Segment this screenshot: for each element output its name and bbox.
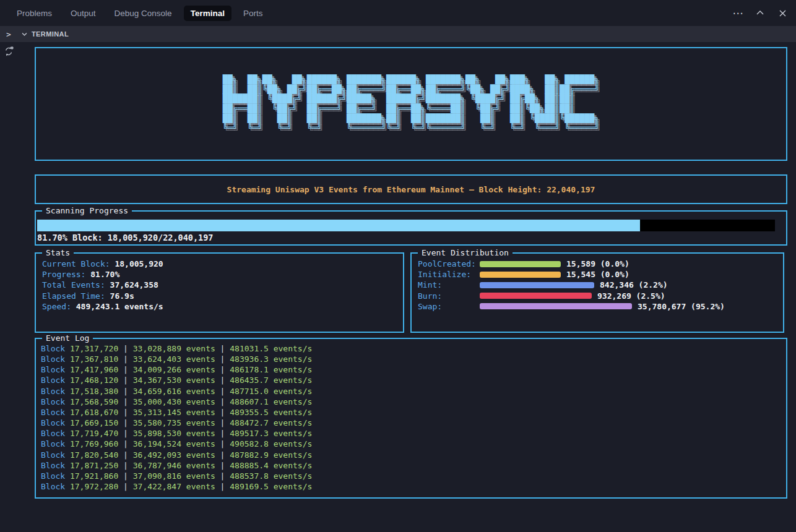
tab-output[interactable]: Output (64, 6, 103, 21)
log-separator: | (118, 354, 132, 364)
banner-panel: ██╗ ██╗██╗ ██╗██████╗ ███████╗██████╗ ██… (35, 47, 787, 161)
log-separator: | (215, 408, 230, 417)
log-events-rate: 489517.3 events/s (230, 429, 312, 438)
log-separator: | (118, 482, 132, 491)
log-events-count: 35,580,735 events (133, 418, 215, 427)
log-events-rate: 487715.0 events/s (230, 387, 312, 396)
stats-title: Stats (42, 248, 74, 258)
terminal-viewport[interactable]: ██╗ ██╗██╗ ██╗██████╗ ███████╗██████╗ ██… (17, 42, 796, 532)
log-separator: | (215, 482, 230, 491)
log-events-rate: 486178.1 events/s (230, 365, 312, 374)
stat-elapsed-time: Elapsed Time: 76.9s (42, 291, 397, 301)
sync-icon[interactable] (3, 46, 14, 57)
dist-bar-mint (480, 282, 594, 288)
log-separator: | (118, 418, 132, 427)
log-block-prefix: Block (41, 461, 70, 470)
close-panel-icon[interactable] (777, 8, 787, 18)
stat-total-events: Total Events: 37,624,358 (42, 280, 397, 290)
log-block-number: 17,568,590 (70, 397, 118, 406)
log-separator: | (215, 365, 230, 374)
log-block-prefix: Block (41, 354, 70, 364)
log-block-prefix: Block (41, 482, 70, 491)
log-events-count: 36,787,946 events (133, 461, 215, 470)
log-block-number: 17,769,960 (70, 439, 118, 448)
tab-problems[interactable]: Problems (10, 6, 59, 21)
dist-label: Swap: (418, 302, 480, 311)
log-block-number: 17,417,960 (70, 365, 118, 374)
stat-label: Speed: (42, 302, 71, 311)
log-events-count: 34,367,530 events (133, 375, 215, 385)
maximize-panel-icon[interactable] (755, 8, 765, 18)
hypersync-ascii-banner: ██╗ ██╗██╗ ██╗██████╗ ███████╗██████╗ ██… (223, 75, 599, 133)
progress-label: 81.70% Block: 18,005,920/22,040,197 (37, 233, 213, 242)
log-separator: | (215, 375, 230, 385)
log-events-count: 36,492,093 events (133, 450, 215, 460)
stat-label: Total Events: (42, 280, 105, 290)
stat-value: 81.70% (85, 270, 119, 279)
panel-tab-bar: Problems Output Debug Console Terminal P… (0, 0, 796, 26)
log-block-number: 17,669,150 (70, 418, 118, 427)
log-block-prefix: Block (41, 344, 70, 353)
log-events-count: 36,194,524 events (133, 439, 215, 448)
tab-terminal[interactable]: Terminal (184, 6, 231, 21)
log-events-rate: 488885.4 events/s (230, 461, 312, 470)
log-block-number: 17,618,670 (70, 408, 118, 417)
terminal-section-header[interactable]: TERMINAL (21, 30, 69, 38)
progress-bar-fill (37, 220, 640, 231)
chevron-down-icon (21, 31, 28, 38)
log-events-rate: 490582.8 events/s (230, 439, 312, 448)
stats-panel: Stats Current Block: 18,005,920 Progress… (35, 252, 404, 333)
log-events-count: 37,090,816 events (133, 471, 215, 481)
dist-row-swap: Swap: 35,780,677 (95.2%) (418, 301, 777, 312)
log-separator: | (118, 408, 132, 417)
log-events-count: 33,028,889 events (133, 344, 215, 353)
log-events-count: 33,624,403 events (133, 354, 215, 364)
tab-ports[interactable]: Ports (236, 6, 270, 21)
log-block-prefix: Block (41, 471, 70, 481)
log-separator: | (215, 387, 230, 396)
log-row: Block 17,820,540 | 36,492,093 events | 4… (41, 450, 781, 460)
log-separator: | (118, 450, 132, 460)
log-block-prefix: Block (41, 429, 70, 438)
log-events-count: 34,659,616 events (133, 387, 215, 396)
log-events-rate: 488537.8 events/s (230, 471, 312, 481)
event-log-title: Event Log (42, 333, 93, 343)
log-block-prefix: Block (41, 418, 70, 427)
log-block-number: 17,921,860 (70, 471, 118, 481)
event-log-rows: Block 17,317,720 | 33,028,889 events | 4… (41, 343, 781, 492)
log-row: Block 17,518,380 | 34,659,616 events | 4… (41, 386, 781, 397)
log-events-count: 35,000,430 events (133, 397, 215, 406)
event-log-panel: Event Log Block 17,317,720 | 33,028,889 … (35, 338, 787, 499)
log-block-number: 17,317,720 (70, 344, 118, 353)
log-row: Block 17,417,960 | 34,009,266 events | 4… (41, 364, 781, 375)
log-row: Block 17,871,250 | 36,787,946 events | 4… (41, 460, 781, 471)
log-separator: | (215, 344, 230, 353)
dist-value: 15,589 (0.0%) (566, 259, 629, 268)
log-separator: | (215, 471, 230, 481)
dist-bar-burn (480, 293, 592, 299)
log-block-number: 17,367,810 (70, 354, 118, 364)
log-separator: | (215, 439, 230, 448)
log-separator: | (215, 429, 230, 438)
dist-value: 15,545 (0.0%) (566, 270, 629, 279)
dist-value: 842,346 (2.2%) (600, 280, 668, 290)
log-events-rate: 488472.7 events/s (230, 418, 312, 427)
log-block-prefix: Block (41, 365, 70, 374)
stat-label: Current Block: (42, 259, 110, 268)
more-actions-icon[interactable]: ⋯ (733, 8, 743, 18)
log-block-prefix: Block (41, 439, 70, 448)
event-distribution-panel: Event Distribution PoolCreated: 15,589 (… (410, 252, 784, 333)
stat-label: Progress: (42, 270, 85, 279)
dist-label: Burn: (418, 291, 480, 301)
log-events-count: 34,009,266 events (133, 365, 215, 374)
log-separator: | (118, 397, 132, 406)
dist-bar-initialize (480, 272, 561, 278)
scanning-progress-title: Scanning Progress (42, 206, 132, 216)
log-row: Block 17,618,670 | 35,313,145 events | 4… (41, 407, 781, 418)
log-separator: | (215, 354, 230, 364)
log-events-count: 37,422,847 events (133, 482, 215, 491)
tab-debug-console[interactable]: Debug Console (108, 6, 179, 21)
chevron-right-icon[interactable]: > (0, 30, 17, 39)
log-row: Block 17,468,120 | 34,367,530 events | 4… (41, 375, 781, 385)
status-line-panel: Streaming Uniswap V3 Events from Ethereu… (35, 174, 787, 204)
